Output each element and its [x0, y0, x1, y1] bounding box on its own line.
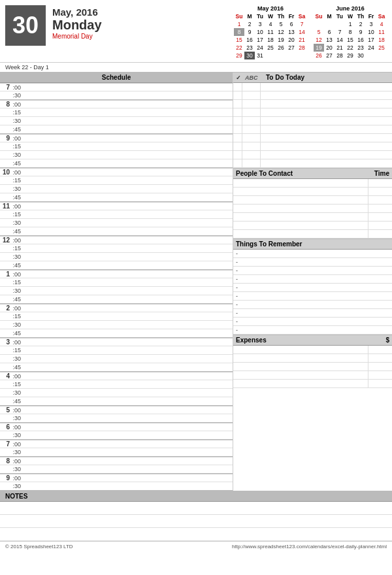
schedule-slot-content[interactable] [22, 380, 233, 388]
todo-checkbox[interactable] [233, 134, 242, 142]
schedule-slot-content[interactable] [22, 406, 233, 414]
todo-checkbox[interactable] [233, 159, 242, 167]
contact-name[interactable] [233, 222, 368, 229]
schedule-slot-content[interactable] [22, 108, 233, 116]
todo-priority[interactable] [242, 91, 261, 99]
schedule-slot-content[interactable] [22, 176, 233, 184]
todo-checkbox[interactable] [233, 125, 242, 133]
schedule-slot-content[interactable] [22, 151, 233, 159]
todo-priority[interactable] [242, 83, 261, 91]
todo-priority[interactable] [242, 159, 261, 167]
schedule-slot-content[interactable] [22, 210, 233, 218]
contact-time[interactable] [368, 222, 392, 229]
todo-text[interactable] [261, 125, 392, 133]
schedule-slot-content[interactable] [22, 185, 233, 193]
schedule-slot-content[interactable] [22, 278, 233, 286]
notes-row[interactable] [0, 528, 392, 541]
schedule-slot-content[interactable] [22, 312, 233, 320]
expense-amount[interactable] [368, 380, 392, 387]
schedule-slot-content[interactable] [22, 355, 233, 363]
schedule-slot-content[interactable] [22, 329, 233, 337]
contact-time[interactable] [368, 205, 392, 212]
todo-text[interactable] [261, 142, 392, 150]
expense-description[interactable] [233, 346, 368, 353]
todo-text[interactable] [261, 117, 392, 125]
todo-checkbox[interactable] [233, 83, 242, 91]
contact-name[interactable] [233, 230, 368, 238]
schedule-slot-content[interactable] [22, 363, 233, 371]
todo-priority[interactable] [242, 117, 261, 125]
todo-priority[interactable] [242, 142, 261, 150]
schedule-slot-content[interactable] [22, 423, 233, 431]
schedule-slot-content[interactable] [22, 346, 233, 354]
schedule-slot-content[interactable] [22, 227, 233, 235]
schedule-slot-content[interactable] [22, 271, 233, 278]
schedule-slot-content[interactable] [22, 304, 233, 312]
schedule-slot-content[interactable] [22, 431, 233, 439]
schedule-slot-content[interactable] [22, 169, 233, 176]
todo-checkbox[interactable] [233, 142, 242, 150]
schedule-slot-content[interactable] [22, 159, 233, 167]
schedule-slot-content[interactable] [22, 448, 233, 456]
schedule-slot-content[interactable] [22, 287, 233, 295]
contact-name[interactable] [233, 213, 368, 221]
todo-checkbox[interactable] [233, 117, 242, 125]
expense-description[interactable] [233, 371, 368, 379]
schedule-slot-content[interactable] [22, 389, 233, 397]
schedule-slot-content[interactable] [22, 414, 233, 422]
todo-text[interactable] [261, 159, 392, 167]
todo-priority[interactable] [242, 151, 261, 159]
todo-text[interactable] [261, 134, 392, 142]
notes-row[interactable] [0, 502, 392, 515]
schedule-slot-content[interactable] [22, 244, 233, 252]
expense-amount[interactable] [368, 371, 392, 379]
todo-checkbox[interactable] [233, 100, 242, 108]
todo-priority[interactable] [242, 100, 261, 108]
todo-text[interactable] [261, 83, 392, 91]
schedule-slot-content[interactable] [22, 397, 233, 405]
todo-text[interactable] [261, 100, 392, 108]
expense-description[interactable] [233, 380, 368, 387]
schedule-slot-content[interactable] [22, 135, 233, 142]
schedule-slot-content[interactable] [22, 203, 233, 210]
expense-amount[interactable] [368, 363, 392, 370]
schedule-slot-content[interactable] [22, 440, 233, 448]
schedule-slot-content[interactable] [22, 457, 233, 465]
todo-text[interactable] [261, 108, 392, 116]
schedule-slot-content[interactable] [22, 219, 233, 227]
todo-checkbox[interactable] [233, 108, 242, 116]
expense-description[interactable] [233, 363, 368, 370]
contact-name[interactable] [233, 179, 368, 187]
schedule-slot-content[interactable] [22, 321, 233, 329]
schedule-slot-content[interactable] [22, 372, 233, 380]
schedule-slot-content[interactable] [22, 482, 233, 490]
contact-time[interactable] [368, 213, 392, 221]
todo-priority[interactable] [242, 125, 261, 133]
todo-priority[interactable] [242, 108, 261, 116]
schedule-slot-content[interactable] [22, 125, 233, 133]
schedule-slot-content[interactable] [22, 465, 233, 473]
schedule-slot-content[interactable] [22, 117, 233, 125]
contact-time[interactable] [368, 188, 392, 195]
schedule-slot-content[interactable] [22, 237, 233, 244]
schedule-slot-content[interactable] [22, 474, 233, 482]
schedule-slot-content[interactable] [22, 253, 233, 261]
schedule-slot-content[interactable] [22, 338, 233, 346]
expense-amount[interactable] [368, 346, 392, 353]
schedule-slot-content[interactable] [22, 142, 233, 150]
contact-time[interactable] [368, 179, 392, 187]
todo-checkbox[interactable] [233, 91, 242, 99]
expense-description[interactable] [233, 354, 368, 362]
todo-text[interactable] [261, 151, 392, 159]
schedule-slot-content[interactable] [22, 101, 233, 108]
notes-row[interactable] [0, 515, 392, 528]
schedule-slot-content[interactable] [22, 193, 233, 201]
todo-text[interactable] [261, 91, 392, 99]
expense-amount[interactable] [368, 354, 392, 362]
contact-time[interactable] [368, 196, 392, 204]
todo-priority[interactable] [242, 134, 261, 142]
todo-checkbox[interactable] [233, 151, 242, 159]
contact-name[interactable] [233, 196, 368, 204]
schedule-slot-content[interactable] [22, 84, 233, 91]
contact-name[interactable] [233, 205, 368, 212]
